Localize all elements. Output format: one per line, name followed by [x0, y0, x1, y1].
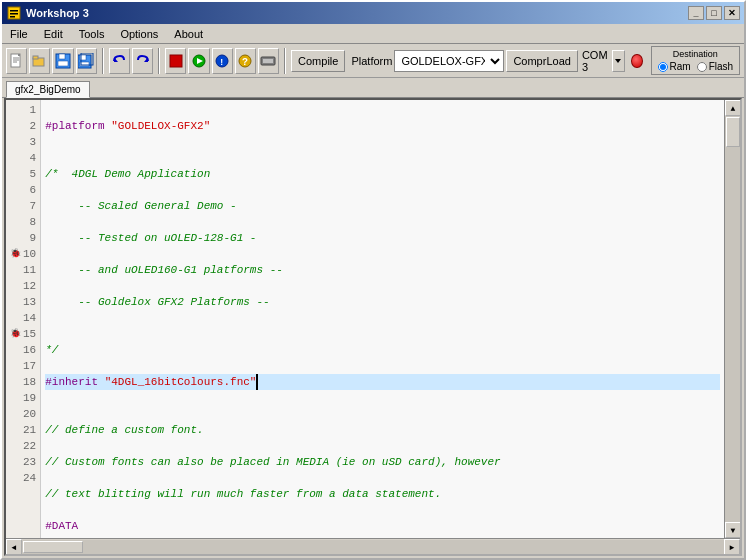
separator-2	[158, 48, 160, 74]
menu-edit[interactable]: Edit	[40, 26, 67, 42]
tab-row: gfx2_BigDemo	[2, 78, 744, 98]
destination-flash-option[interactable]: Flash	[697, 61, 733, 72]
code-editor[interactable]: #platform "GOLDELOX-GFX2" /* 4DGL Demo A…	[41, 100, 724, 538]
svg-rect-12	[59, 54, 65, 59]
bug-icon-10: 🐞	[10, 246, 21, 262]
line-num-10: 10	[23, 246, 36, 262]
line-num-3: 3	[10, 134, 36, 150]
line-num-23: 23	[10, 454, 36, 470]
tab-gfx2bigdemo[interactable]: gfx2_BigDemo	[6, 81, 90, 98]
com-port-dropdown[interactable]	[612, 50, 625, 72]
code-line-13: // Custom fonts can also be placed in ME…	[45, 454, 720, 470]
save-all-button[interactable]	[76, 48, 97, 74]
scroll-left-button[interactable]: ◄	[6, 539, 22, 555]
save-button[interactable]	[52, 48, 73, 74]
check-button[interactable]: ?	[235, 48, 256, 74]
code-line-10: #inherit "4DGL_16bitColours.fnc"	[45, 374, 720, 390]
main-editor-area: 1 2 3 4 5 6 7 8 9 🐞 10 11 12 13 14 🐞	[4, 98, 742, 556]
extra-button[interactable]	[258, 48, 279, 74]
platform-select[interactable]: GOLDELOX-GFX2	[394, 50, 504, 72]
code-line-3: /* 4DGL Demo Application	[45, 166, 720, 182]
line-num-24: 24	[10, 470, 36, 486]
run-button[interactable]	[188, 48, 209, 74]
window-controls: _ □ ✕	[688, 6, 740, 20]
destination-title: Destination	[658, 49, 734, 59]
destination-flash-label: Flash	[709, 61, 733, 72]
scroll-up-button[interactable]: ▲	[725, 100, 740, 116]
svg-rect-10	[33, 56, 38, 59]
svg-marker-5	[18, 54, 20, 56]
line-num-21: 21	[10, 422, 36, 438]
scroll-thumb-v[interactable]	[726, 117, 740, 147]
menu-options[interactable]: Options	[116, 26, 162, 42]
separator-1	[102, 48, 104, 74]
line-num-17: 17	[10, 358, 36, 374]
line-num-22: 22	[10, 438, 36, 454]
code-line-6: -- and uOLED160-G1 platforms --	[45, 262, 720, 278]
line-num-14: 14	[10, 310, 36, 326]
undo-button[interactable]	[109, 48, 130, 74]
line-num-8: 8	[10, 214, 36, 230]
minimize-button[interactable]: _	[688, 6, 704, 20]
destination-flash-radio[interactable]	[697, 62, 707, 72]
redo-button[interactable]	[132, 48, 153, 74]
window-title: Workshop 3	[26, 7, 688, 19]
svg-rect-13	[58, 61, 68, 66]
line-num-12: 12	[10, 278, 36, 294]
scroll-down-button[interactable]: ▼	[725, 522, 740, 538]
com-port-label: COM 3	[582, 49, 610, 73]
destination-group: Destination Ram Flash	[651, 46, 741, 75]
destination-ram-label: Ram	[670, 61, 691, 72]
code-line-12: // define a custom font.	[45, 422, 720, 438]
line-num-9: 9	[10, 230, 36, 246]
maximize-button[interactable]: □	[706, 6, 722, 20]
menu-bar: File Edit Tools Options About	[2, 24, 744, 44]
line-num-1: 1	[10, 102, 36, 118]
svg-rect-1	[10, 10, 18, 12]
line-num-13: 13	[10, 294, 36, 310]
compile-button[interactable]: Compile	[291, 50, 345, 72]
line-numbers: 1 2 3 4 5 6 7 8 9 🐞 10 11 12 13 14 🐞	[6, 100, 41, 538]
debug-button[interactable]: !	[212, 48, 233, 74]
toolbar: ! ? Compile Platform GOLDELOX-GFX2 Compr…	[2, 44, 744, 78]
code-line-4: -- Scaled General Demo -	[45, 198, 720, 214]
line-num-4: 4	[10, 150, 36, 166]
line-num-2: 2	[10, 118, 36, 134]
title-bar: Workshop 3 _ □ ✕	[2, 2, 744, 24]
scroll-track-h[interactable]	[22, 540, 724, 554]
line-num-19: 19	[10, 390, 36, 406]
app-window: Workshop 3 _ □ ✕ File Edit Tools Options…	[0, 0, 746, 560]
svg-rect-3	[10, 16, 15, 18]
menu-file[interactable]: File	[6, 26, 32, 42]
code-line-5: -- Tested on uOLED-128-G1 -	[45, 230, 720, 246]
vertical-scrollbar: ▲ ▼	[724, 100, 740, 538]
svg-rect-20	[170, 55, 182, 67]
separator-3	[284, 48, 286, 74]
destination-options: Ram Flash	[658, 61, 734, 72]
svg-rect-2	[10, 13, 18, 15]
open-button[interactable]	[29, 48, 50, 74]
line-num-15: 15	[23, 326, 36, 342]
editor-scroll-area: 1 2 3 4 5 6 7 8 9 🐞 10 11 12 13 14 🐞	[6, 100, 740, 538]
line-num-6: 6	[10, 182, 36, 198]
line-num-20: 20	[10, 406, 36, 422]
scroll-thumb-h[interactable]	[23, 541, 83, 553]
comprload-button[interactable]: ComprLoad	[506, 50, 577, 72]
svg-rect-28	[263, 59, 273, 63]
scroll-track-v[interactable]	[725, 116, 740, 522]
code-line-1: #platform "GOLDELOX-GFX2"	[45, 118, 720, 134]
line-num-7: 7	[10, 198, 36, 214]
stop-button[interactable]	[165, 48, 186, 74]
menu-about[interactable]: About	[170, 26, 207, 42]
line-num-11: 11	[10, 262, 36, 278]
new-button[interactable]	[6, 48, 27, 74]
code-line-7: -- Goldelox GFX2 Platforms --	[45, 294, 720, 310]
menu-tools[interactable]: Tools	[75, 26, 109, 42]
close-button[interactable]: ✕	[724, 6, 740, 20]
svg-text:!: !	[219, 58, 224, 68]
horizontal-scrollbar: ◄ ►	[6, 538, 740, 554]
destination-ram-radio[interactable]	[658, 62, 668, 72]
destination-ram-option[interactable]: Ram	[658, 61, 691, 72]
scroll-right-button[interactable]: ►	[724, 539, 740, 555]
svg-marker-29	[615, 59, 621, 63]
